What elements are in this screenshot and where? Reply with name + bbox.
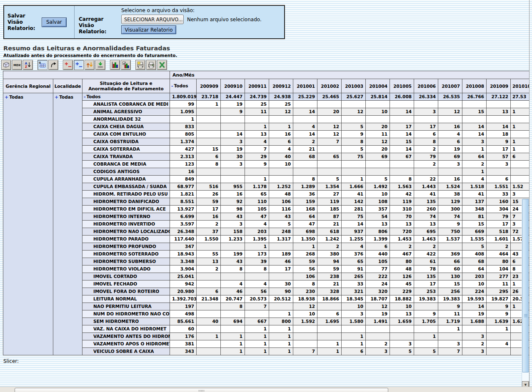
expand-icon[interactable]: +	[55, 94, 58, 100]
value-cell: 9	[438, 303, 462, 310]
cube-navigator-button[interactable]	[1, 60, 11, 70]
value-cell: 277	[487, 273, 511, 280]
value-cell	[269, 168, 293, 176]
value-cell: 21	[293, 146, 317, 153]
value-cell: 19	[366, 310, 390, 318]
value-cell: 137	[462, 198, 487, 206]
value-cell: 48	[390, 265, 414, 273]
value-cell: 33	[487, 191, 511, 198]
value-cell: 27	[317, 191, 342, 198]
value-cell: 2	[414, 146, 438, 153]
value-cell	[511, 161, 530, 168]
value-cell: 18.707	[366, 295, 390, 303]
value-cell: 2	[414, 243, 438, 251]
value-cell: 698	[293, 228, 317, 236]
value-cell	[390, 325, 414, 333]
drill-position-button[interactable]	[85, 60, 95, 70]
value-cell: 16	[170, 168, 197, 176]
value-cell: 4	[342, 243, 366, 251]
value-cell: 18.938	[293, 295, 317, 303]
print-button[interactable]	[146, 60, 156, 70]
value-cell	[221, 325, 245, 333]
value-cell: 65	[317, 153, 342, 161]
value-cell: 80	[487, 258, 511, 265]
value-cell: 3	[390, 340, 414, 348]
value-cell: 12	[366, 138, 390, 146]
value-cell: 5	[414, 348, 438, 355]
column-header-201009: 201009	[487, 79, 511, 93]
row-label: HIDROMETRO NAO LOCALIZADO	[82, 228, 170, 236]
value-cell: 68.977	[170, 183, 197, 191]
value-cell: 42	[390, 191, 414, 198]
value-cell: 10	[366, 191, 390, 198]
horizontal-scrollbar-thumb[interactable]	[15, 388, 388, 392]
scrollbar-grip-icon	[199, 390, 205, 392]
swap-axes-button[interactable]	[48, 60, 58, 70]
file-status-text: Nenhum arquivo selecionado.	[187, 17, 262, 22]
vertical-scrollbar[interactable]: ▼	[522, 199, 529, 388]
value-cell: 4	[487, 340, 511, 348]
member-cell-localidade: +Todas	[53, 93, 82, 355]
drill-member-button[interactable]	[74, 60, 84, 70]
value-cell: 57	[487, 153, 511, 161]
value-cell: 1	[342, 340, 366, 348]
value-cell: 203	[245, 228, 269, 236]
hide-spans-button[interactable]	[63, 60, 73, 70]
view-report-button[interactable]: Visualizar Relatorio	[121, 25, 176, 34]
show-parent-members-button[interactable]: 0	[37, 60, 47, 70]
value-cell: 12	[317, 123, 342, 131]
chart-button[interactable]	[110, 60, 120, 70]
select-file-button[interactable]: SELECIONAR ARQUIVO...	[121, 15, 184, 24]
value-cell: 21	[317, 280, 342, 288]
value-cell	[221, 176, 245, 183]
value-cell: 69	[438, 153, 462, 161]
value-cell: 9	[487, 138, 511, 146]
chart-config-button[interactable]	[121, 60, 131, 70]
value-cell: 2	[366, 340, 390, 348]
value-cell	[366, 101, 390, 108]
mdx-editor-button[interactable]: MDX	[12, 60, 22, 70]
print-config-button[interactable]	[135, 60, 145, 70]
expand-icon[interactable]: +	[5, 94, 8, 100]
value-cell: 20	[317, 108, 342, 116]
save-button[interactable]: Salvar	[42, 17, 67, 27]
value-cell: 18.345	[342, 295, 366, 303]
value-cell: 1.354	[317, 183, 342, 191]
value-cell: 26.334	[414, 93, 438, 101]
value-cell: 348	[462, 206, 487, 213]
value-cell: 955	[221, 183, 245, 191]
table-row: CAIXA CHEIA DAGUA8331141252017171614141	[3, 123, 530, 131]
export-excel-button[interactable]	[157, 60, 167, 70]
collapse-icon[interactable]: -	[171, 83, 173, 89]
row-label: CAIXA TRAVADA	[82, 153, 170, 161]
value-cell: 14	[293, 131, 317, 138]
value-cell: 1	[269, 340, 293, 348]
value-cell: 1.666	[342, 183, 366, 191]
sort-button[interactable]: AZ	[23, 60, 33, 70]
svg-text:Z: Z	[25, 65, 27, 69]
value-cell: 135	[414, 198, 438, 206]
row-label: ANORMALIDADE 32	[82, 116, 170, 123]
value-cell: 99	[170, 101, 197, 108]
value-cell: 3	[511, 191, 530, 198]
value-cell: 1.242	[317, 236, 342, 243]
row-label: VAZ. NA CAIXA DO HIDROMET	[82, 325, 170, 333]
value-cell: 9	[342, 131, 366, 138]
value-cell: 806	[366, 228, 390, 236]
vertical-scrollbar-thumb[interactable]	[522, 199, 529, 372]
table-row: HIDROMETRO INTERNO6.69916434743648775547…	[3, 213, 530, 221]
value-cell	[269, 176, 293, 183]
value-cell: 321	[342, 288, 366, 295]
value-cell	[438, 116, 462, 123]
value-cell: 1	[245, 340, 269, 348]
value-cell: 2	[390, 243, 414, 251]
value-cell	[317, 333, 342, 340]
horizontal-scrollbar[interactable]	[0, 387, 532, 392]
value-cell: 4	[269, 146, 293, 153]
value-cell: 3	[221, 161, 245, 168]
value-cell: 18.882	[390, 295, 414, 303]
value-cell: 173	[245, 251, 269, 258]
value-cell: 464	[487, 251, 511, 258]
drill-through-button[interactable]	[95, 60, 105, 70]
collapse-icon[interactable]: -	[84, 94, 86, 99]
